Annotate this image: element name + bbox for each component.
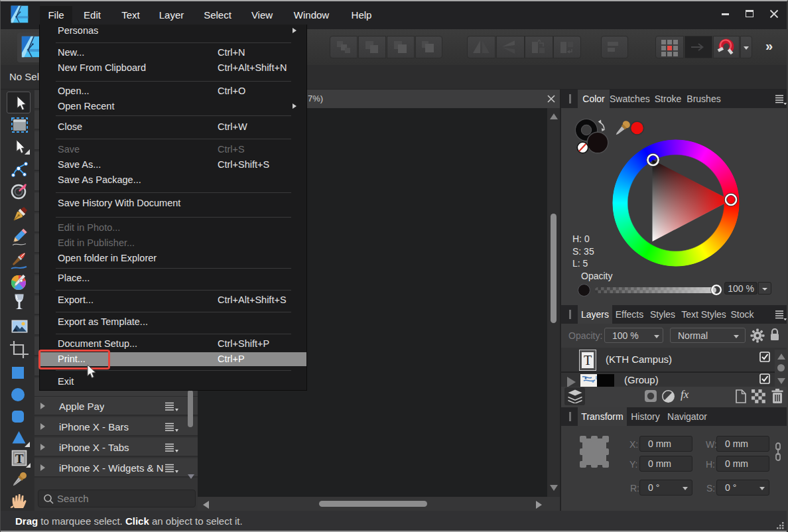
svg-text:T: T: [15, 452, 24, 466]
